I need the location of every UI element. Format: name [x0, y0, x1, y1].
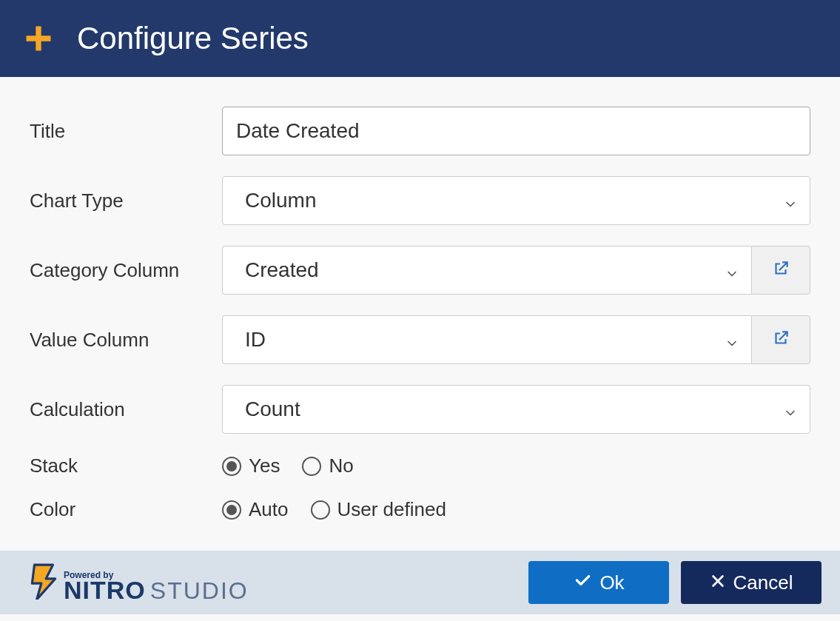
radio-icon: [222, 500, 241, 520]
brand-nitro: NITRO: [64, 577, 146, 602]
category-column-value: Created: [245, 258, 319, 282]
chart-type-value: Column: [245, 189, 316, 212]
plus-icon: [22, 22, 55, 55]
radio-icon: [311, 500, 330, 520]
label-title: Title: [30, 120, 222, 143]
row-stack: Stack Yes No: [30, 454, 810, 477]
chevron-down-icon: [783, 193, 798, 208]
value-column-external-button[interactable]: [751, 315, 810, 364]
row-calculation: Calculation Count: [30, 385, 810, 434]
form-body: Title Chart Type Column Category Column …: [0, 77, 840, 551]
label-value-column: Value Column: [30, 329, 222, 352]
row-color: Color Auto User defined: [30, 498, 810, 521]
color-auto-label: Auto: [249, 498, 289, 521]
row-title: Title: [30, 107, 810, 155]
radio-icon: [222, 457, 241, 476]
color-user-label: User defined: [337, 498, 446, 521]
dialog-header: Configure Series: [0, 0, 840, 77]
category-column-external-button[interactable]: [751, 246, 810, 295]
row-category-column: Category Column Created: [30, 246, 810, 295]
category-column-select[interactable]: Created: [222, 246, 751, 295]
chevron-down-icon: [725, 263, 739, 278]
row-value-column: Value Column ID: [30, 315, 810, 364]
title-input[interactable]: [222, 107, 810, 155]
radio-icon: [302, 457, 321, 476]
external-link-icon: [771, 329, 790, 351]
dialog-footer: Powered by NITRO STUDIO Ok Cancel: [0, 551, 840, 614]
stack-radio-group: Yes No: [222, 454, 354, 477]
brand-studio: STUDIO: [150, 579, 249, 602]
check-icon: [573, 571, 592, 595]
label-category-column: Category Column: [30, 259, 222, 282]
chart-type-select[interactable]: Column: [222, 176, 810, 225]
stack-yes-label: Yes: [249, 454, 280, 477]
footer-branding: Powered by NITRO STUDIO: [30, 563, 249, 602]
calculation-value: Count: [245, 397, 300, 421]
calculation-select[interactable]: Count: [222, 385, 810, 434]
label-chart-type: Chart Type: [30, 189, 222, 212]
stack-radio-yes[interactable]: Yes: [222, 454, 280, 477]
ok-label: Ok: [599, 571, 624, 594]
cancel-label: Cancel: [733, 571, 793, 594]
chevron-down-icon: [725, 332, 739, 347]
color-radio-auto[interactable]: Auto: [222, 498, 289, 521]
dialog-title: Configure Series: [77, 21, 309, 56]
value-column-select[interactable]: ID: [222, 315, 751, 364]
external-link-icon: [771, 259, 790, 281]
cancel-button[interactable]: Cancel: [681, 561, 821, 604]
color-radio-group: Auto User defined: [222, 498, 446, 521]
label-calculation: Calculation: [30, 398, 222, 421]
stack-radio-no[interactable]: No: [302, 454, 353, 477]
stack-no-label: No: [329, 454, 353, 477]
value-column-value: ID: [245, 328, 266, 352]
close-icon: [710, 571, 726, 594]
color-radio-user[interactable]: User defined: [311, 498, 446, 521]
chevron-down-icon: [783, 402, 798, 417]
label-stack: Stack: [30, 454, 222, 477]
nitro-bolt-icon: [30, 563, 58, 602]
ok-button[interactable]: Ok: [528, 561, 669, 604]
label-color: Color: [30, 498, 222, 521]
row-chart-type: Chart Type Column: [30, 176, 810, 225]
